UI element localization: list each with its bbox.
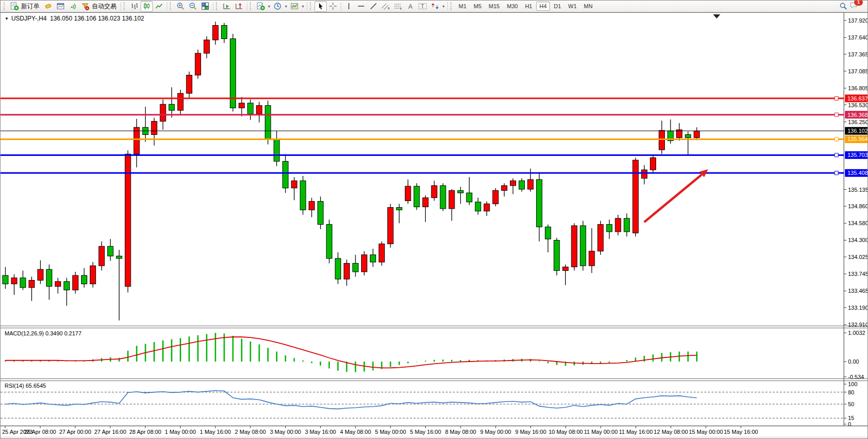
candlestick-chart-button[interactable]	[141, 1, 153, 12]
toolbar-grip[interactable]	[310, 2, 312, 10]
candle	[248, 103, 253, 114]
trendline-button[interactable]	[367, 1, 380, 12]
candle	[370, 255, 376, 262]
new-order-label[interactable]: 新订单	[21, 2, 42, 11]
market-watch-button[interactable]	[42, 1, 54, 12]
cursor-button[interactable]	[314, 1, 327, 12]
auto-trading-label[interactable]: 自动交易	[91, 2, 119, 11]
indicators-dropdown-caret[interactable]: ▾	[267, 4, 271, 9]
candle	[204, 40, 209, 53]
toolbar-grip[interactable]	[450, 2, 453, 10]
hline-handle[interactable]	[835, 153, 838, 157]
hline-handle[interactable]	[835, 137, 838, 141]
zoom-out-button[interactable]	[187, 1, 199, 12]
candle	[46, 269, 52, 286]
candle	[397, 208, 402, 210]
vertical-line-button[interactable]	[343, 1, 355, 12]
candle	[326, 225, 332, 258]
svg-text:137.365: 137.365	[848, 51, 868, 57]
candle	[29, 281, 34, 288]
timeframe-m15[interactable]: M15	[486, 2, 503, 11]
tile-windows-icon	[201, 2, 209, 10]
candle	[598, 225, 603, 251]
horizontal-line-button[interactable]	[355, 1, 367, 12]
fibonacci-button[interactable]: F	[392, 1, 404, 12]
candle	[151, 121, 157, 134]
periods-button[interactable]	[271, 1, 284, 12]
text-button[interactable]: A	[404, 1, 417, 12]
templates-dropdown-caret[interactable]: ▾	[301, 4, 305, 9]
text-label-button[interactable]: T	[417, 1, 429, 12]
svg-text:136.637: 136.637	[847, 95, 868, 102]
toolbar-grip[interactable]	[170, 2, 172, 10]
line-chart-button[interactable]	[153, 1, 165, 12]
bar-chart-button[interactable]	[128, 1, 141, 12]
candle	[650, 157, 656, 170]
timeframe-m1[interactable]: M1	[456, 2, 469, 11]
new-order-button[interactable]	[8, 1, 21, 12]
toolbar-grip[interactable]	[4, 2, 6, 10]
chart-area[interactable]: ▼USDJPY-,H4 136.050 136.106 136.023 136.…	[1, 12, 867, 438]
candle	[3, 275, 8, 284]
time-axis-label: 2 May 08:00	[235, 429, 266, 435]
shapes-dropdown-caret[interactable]: ▾	[441, 4, 446, 9]
shapes-button[interactable]	[429, 1, 441, 12]
indicators-button[interactable]	[254, 1, 267, 12]
search-button[interactable]	[837, 1, 850, 12]
svg-text:1.0032: 1.0032	[848, 330, 865, 336]
time-axis-label: 15 May 16:00	[724, 429, 758, 435]
equidistant-channel-icon: E	[381, 2, 390, 10]
cursor-icon	[317, 3, 324, 10]
crosshair-button[interactable]	[327, 1, 339, 12]
chart-title: ▼USDJPY-,H4 136.050 136.106 136.023 136.…	[5, 15, 144, 22]
notification-badge[interactable]: 1	[854, 0, 863, 6]
candle	[405, 186, 411, 201]
periods-dropdown-caret[interactable]: ▾	[284, 4, 288, 9]
timeframe-h4[interactable]: H4	[536, 2, 549, 11]
toolbar-separator	[213, 2, 213, 11]
time-axis-label: 9 May 16:00	[515, 429, 546, 435]
timeframe-m5[interactable]: M5	[470, 2, 484, 11]
hline-handle[interactable]	[835, 113, 838, 116]
svg-text:0.00: 0.00	[848, 358, 859, 365]
svg-text:137.920: 137.920	[848, 17, 868, 24]
chart-shift-button[interactable]	[233, 1, 245, 12]
chart-window-button[interactable]	[54, 1, 67, 12]
toolbar-separator	[167, 2, 167, 11]
time-axis-label: 5 May 00:00	[375, 429, 406, 435]
auto-scroll-button[interactable]	[221, 1, 233, 12]
toolbar-grip[interactable]	[216, 2, 219, 10]
candle	[685, 134, 691, 137]
candle	[580, 226, 586, 266]
auto-scroll-icon	[223, 2, 231, 10]
new-order-icon	[10, 2, 19, 10]
notifications-button[interactable]: 1	[850, 1, 858, 11]
timeframe-mn[interactable]: MN	[581, 2, 596, 11]
candle	[492, 190, 498, 204]
hline-handle[interactable]	[835, 171, 838, 175]
chart-canvas[interactable]: 137.920137.640137.365137.085136.805136.5…	[1, 12, 868, 439]
auto-trading-button[interactable]	[79, 1, 91, 12]
templates-button[interactable]	[288, 1, 301, 12]
tile-windows-button[interactable]	[199, 1, 211, 12]
svg-text:137.085: 137.085	[848, 68, 868, 74]
toolbar-grip[interactable]	[124, 2, 126, 10]
candle	[431, 186, 437, 198]
toolbar-separator	[341, 2, 341, 11]
text-label-icon: T	[418, 2, 427, 10]
candle	[528, 179, 534, 189]
zoom-in-button[interactable]	[174, 1, 187, 12]
hline-handle[interactable]	[835, 96, 838, 100]
candle	[606, 225, 612, 232]
timeframe-m30[interactable]: M30	[504, 2, 521, 11]
channel-button[interactable]: E	[380, 1, 392, 12]
timeframe-d1[interactable]: D1	[551, 2, 564, 11]
signal-button[interactable]	[67, 1, 79, 12]
candle	[379, 244, 385, 263]
candle	[169, 104, 174, 110]
timeframe-h1[interactable]: H1	[522, 2, 535, 11]
collapse-indicator-icon[interactable]: ▼	[5, 16, 9, 21]
candle	[116, 256, 122, 258]
toolbar-grip[interactable]	[250, 2, 252, 10]
timeframe-w1[interactable]: W1	[565, 2, 580, 11]
